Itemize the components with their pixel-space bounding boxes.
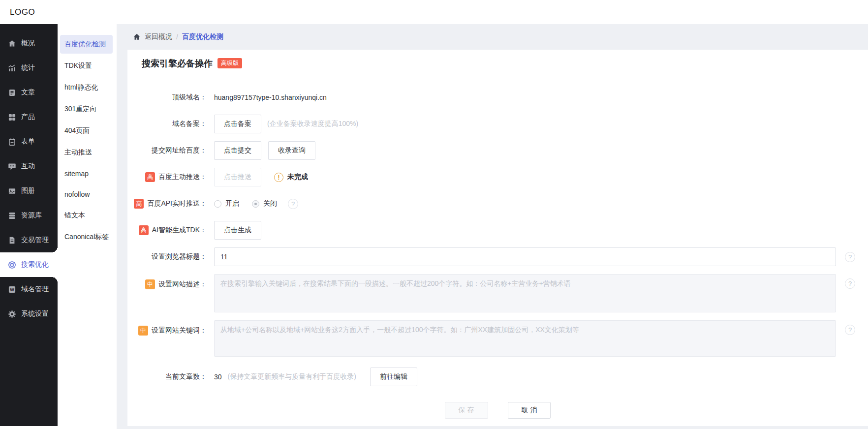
field-label: 提交网址给百度： bbox=[127, 146, 207, 155]
submenu-item-canonical[interactable]: Canonical标签 bbox=[60, 228, 113, 246]
field-label: 百度API实时推送： bbox=[147, 199, 207, 208]
record-hint: (企业备案收录速度提高100%) bbox=[267, 120, 358, 128]
seo-form: 顶级域名： huang897157type-10.shanxiyunqi.cn … bbox=[127, 77, 868, 429]
sidebar-item-stats[interactable]: 统计 bbox=[0, 56, 58, 80]
record-button[interactable]: 点击备案 bbox=[214, 115, 261, 133]
push-status: ! 未完成 bbox=[274, 173, 308, 182]
sidebar-item-label: 文章 bbox=[21, 88, 35, 97]
row-api-push: 高 百度API实时推送： 开启 关闭 bbox=[127, 194, 868, 213]
help-icon[interactable]: ? bbox=[845, 325, 855, 335]
field-label: 设置网站关键词： bbox=[152, 326, 207, 335]
sidebar-item-settings[interactable]: 系统设置 bbox=[0, 302, 58, 326]
sidebar-item-label: 图册 bbox=[21, 186, 35, 195]
row-submit-url: 提交网址给百度： 点击提交 收录查询 bbox=[127, 141, 868, 160]
page: LOGO 概况 统计 文章 产品 bbox=[0, 0, 868, 429]
target-icon bbox=[8, 261, 16, 269]
breadcrumb-home-link[interactable]: 返回概况 bbox=[145, 32, 172, 41]
sidebar-item-interaction[interactable]: 互动 bbox=[0, 154, 58, 179]
sidebar-item-label: 搜索优化 bbox=[21, 260, 49, 269]
radio-label: 关闭 bbox=[263, 199, 277, 208]
field-label: 域名备案： bbox=[127, 120, 207, 128]
radio-option-off[interactable]: 关闭 bbox=[252, 199, 277, 208]
submenu-item-baidu-check[interactable]: 百度优化检测 bbox=[60, 35, 113, 54]
sidebar-item-products[interactable]: 产品 bbox=[0, 105, 58, 129]
article-count-value: 30 bbox=[214, 373, 222, 381]
sidebar-item-forms[interactable]: 表单 bbox=[0, 129, 58, 154]
secondary-sidebar: 百度优化检测 TDK设置 html静态化 301重定向 404页面 主动推送 s… bbox=[58, 24, 117, 429]
sidebar-item-overview[interactable]: 概况 bbox=[0, 31, 58, 56]
push-button[interactable]: 点击推送 bbox=[214, 168, 261, 186]
row-browser-title: 设置浏览器标题： ? bbox=[127, 247, 868, 266]
submenu-item-sitemap[interactable]: sitemap bbox=[60, 165, 113, 183]
sidebar-item-label: 资源库 bbox=[21, 211, 42, 220]
sidebar-item-search-optimization[interactable]: 搜索优化 bbox=[0, 252, 58, 277]
gear-icon bbox=[8, 310, 16, 318]
submenu-item-301[interactable]: 301重定向 bbox=[60, 100, 113, 119]
row-site-keywords: 中 设置网站关键词： ? bbox=[127, 320, 868, 357]
primary-sidebar-nav: 概况 统计 文章 产品 表单 bbox=[0, 24, 58, 426]
help-icon[interactable]: ? bbox=[288, 199, 298, 209]
sidebar-item-articles[interactable]: 文章 bbox=[0, 80, 58, 105]
radio-option-on[interactable]: 开启 bbox=[214, 199, 239, 208]
top-domain-value: huang897157type-10.shanxiyunqi.cn bbox=[214, 93, 327, 101]
row-article-count: 当前文章数： 30 (保持文章更新频率与质量有利于百度收录) 前往编辑 bbox=[127, 368, 868, 386]
cancel-button[interactable]: 取 消 bbox=[508, 402, 551, 419]
row-site-description: 中 设置网站描述： ? bbox=[127, 274, 868, 312]
field-label: 当前文章数： bbox=[127, 372, 207, 381]
submenu-item-anchor[interactable]: 锚文本 bbox=[60, 206, 113, 225]
submenu-item-active-push[interactable]: 主动推送 bbox=[60, 143, 113, 162]
field-label: 设置浏览器标题： bbox=[127, 252, 207, 261]
mid-level-badge: 中 bbox=[138, 326, 148, 336]
home-icon bbox=[8, 39, 16, 48]
high-level-badge: 高 bbox=[134, 199, 144, 209]
article-icon bbox=[8, 89, 16, 97]
breadcrumb-separator: / bbox=[176, 33, 178, 41]
page-title: 搜索引擎必备操作 bbox=[142, 58, 213, 69]
submenu-item-html-static[interactable]: html静态化 bbox=[60, 78, 113, 97]
go-edit-button[interactable]: 前往编辑 bbox=[370, 368, 417, 386]
field-label: 设置网站描述： bbox=[158, 280, 207, 289]
svg-text:W: W bbox=[10, 287, 14, 292]
card-header: 搜索引擎必备操作 高级版 bbox=[127, 50, 868, 77]
high-level-badge: 高 bbox=[139, 225, 149, 235]
library-icon bbox=[8, 212, 16, 220]
browser-title-input[interactable] bbox=[214, 247, 836, 266]
form-icon bbox=[8, 138, 16, 146]
sidebar-item-label: 互动 bbox=[21, 162, 35, 171]
site-description-textarea[interactable] bbox=[214, 274, 836, 312]
sidebar-item-domain[interactable]: W 域名管理 bbox=[0, 277, 58, 302]
generate-tdk-button[interactable]: 点击生成 bbox=[214, 221, 261, 240]
home-icon bbox=[133, 33, 141, 41]
high-level-badge: 高 bbox=[145, 172, 155, 182]
row-top-domain: 顶级域名： huang897157type-10.shanxiyunqi.cn bbox=[127, 88, 868, 107]
domain-icon: W bbox=[8, 285, 16, 294]
help-icon[interactable]: ? bbox=[845, 278, 855, 289]
field-label: 顶级域名： bbox=[127, 93, 207, 102]
api-push-radio-group: 开启 关闭 bbox=[214, 199, 277, 208]
submenu-item-tdk[interactable]: TDK设置 bbox=[60, 57, 113, 75]
submenu-item-404[interactable]: 404页面 bbox=[60, 122, 113, 140]
site-keywords-textarea[interactable] bbox=[214, 320, 836, 357]
sidebar-item-label: 交易管理 bbox=[21, 236, 49, 245]
mid-level-badge: 中 bbox=[145, 279, 155, 289]
breadcrumb-current[interactable]: 百度优化检测 bbox=[182, 32, 223, 41]
radio-label: 开启 bbox=[225, 199, 239, 208]
sidebar-item-trade[interactable]: 交易管理 bbox=[0, 228, 58, 252]
product-icon bbox=[8, 113, 16, 122]
trade-icon bbox=[8, 236, 16, 245]
chat-icon bbox=[8, 162, 16, 171]
submit-url-button[interactable]: 点击提交 bbox=[214, 141, 261, 160]
submenu-item-nofollow[interactable]: nofollow bbox=[60, 185, 113, 203]
top-header: LOGO bbox=[0, 0, 868, 24]
row-ai-tdk: 高 AI智能生成TDK： 点击生成 bbox=[127, 221, 868, 240]
save-button[interactable]: 保 存 bbox=[445, 402, 488, 419]
sidebar-item-gallery[interactable]: 图册 bbox=[0, 179, 58, 203]
gallery-icon bbox=[8, 187, 16, 195]
sidebar-item-label: 统计 bbox=[21, 63, 35, 72]
warning-icon: ! bbox=[274, 173, 283, 182]
help-icon[interactable]: ? bbox=[845, 252, 855, 262]
index-query-button[interactable]: 收录查询 bbox=[268, 141, 315, 160]
logo: LOGO bbox=[10, 7, 35, 17]
sidebar-item-label: 系统设置 bbox=[21, 309, 49, 318]
sidebar-item-library[interactable]: 资源库 bbox=[0, 203, 58, 228]
